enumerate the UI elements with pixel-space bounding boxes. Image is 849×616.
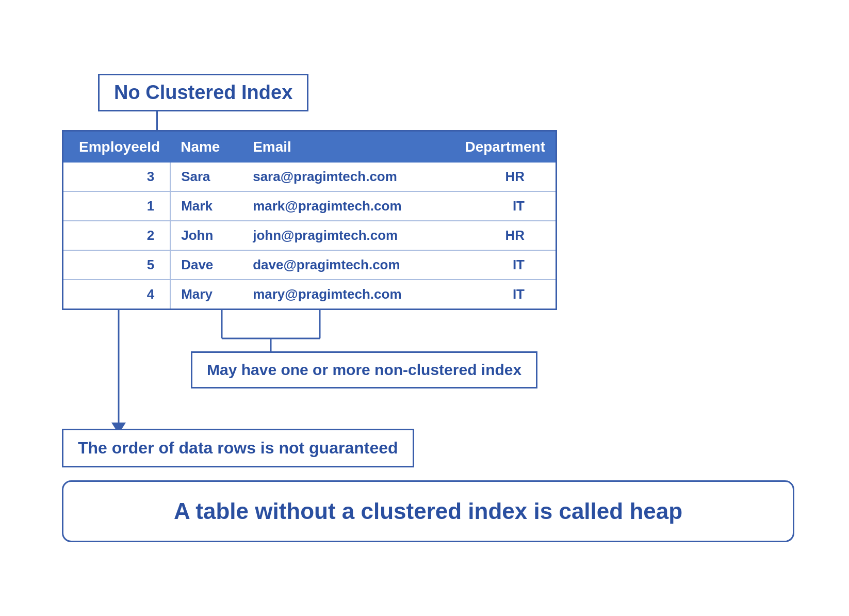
heap-text: A table without a clustered index is cal… [174,498,682,524]
table-cell: John [170,221,242,250]
non-clustered-box: May have one or more non-clustered index [191,351,537,388]
col-header-email: Email [242,132,434,163]
table-cell: IT [434,250,556,280]
table-cell: HR [434,221,556,250]
table-cell: IT [434,191,556,221]
col-header-name: Name [170,132,242,163]
table-cell: mark@pragimtech.com [242,191,434,221]
title-text: No Clustered Index [114,82,292,103]
title-box: No Clustered Index [98,74,308,111]
table-cell: 4 [63,280,170,309]
col-header-department: Department [434,132,556,163]
table-cell: dave@pragimtech.com [242,250,434,280]
table-cell: mary@pragimtech.com [242,280,434,309]
table-cell: 5 [63,250,170,280]
col-header-employeeid: EmployeeId [63,132,170,163]
order-box: The order of data rows is not guaranteed [62,429,414,467]
table-row: 1Markmark@pragimtech.comIT [63,191,556,221]
table-row: 4Marymary@pragimtech.comIT [63,280,556,309]
order-text: The order of data rows is not guaranteed [78,439,398,457]
table-cell: Mary [170,280,242,309]
table-cell: sara@pragimtech.com [242,163,434,191]
table-cell: IT [434,280,556,309]
table-cell: Dave [170,250,242,280]
table-cell: Mark [170,191,242,221]
table-wrapper: EmployeeId Name Email Department 3Sarasa… [62,130,557,310]
heap-box: A table without a clustered index is cal… [62,480,794,542]
table-cell: HR [434,163,556,191]
table-row: 3Sarasara@pragimtech.comHR [63,163,556,191]
non-clustered-text: May have one or more non-clustered index [207,361,521,378]
table-row: 5Davedave@pragimtech.comIT [63,250,556,280]
table-cell: 2 [63,221,170,250]
table-row: 2Johnjohn@pragimtech.comHR [63,221,556,250]
table-cell: Sara [170,163,242,191]
table-cell: 1 [63,191,170,221]
heap-section: A table without a clustered index is cal… [62,480,794,542]
table-cell: john@pragimtech.com [242,221,434,250]
table-cell: 3 [63,163,170,191]
